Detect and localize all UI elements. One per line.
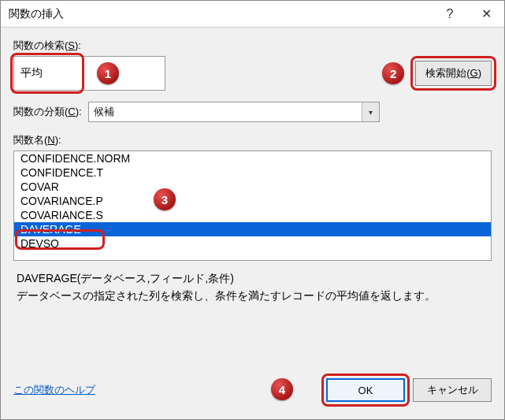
function-description: データベースの指定された列を検索し、条件を満たすレコードの平均値を返します。	[17, 289, 488, 303]
category-select[interactable]	[88, 102, 380, 122]
help-icon[interactable]: ?	[432, 1, 468, 28]
close-icon[interactable]: ✕	[468, 1, 504, 28]
list-item[interactable]: COVARIANCE.P	[14, 194, 491, 208]
ok-button[interactable]: OK	[326, 378, 405, 402]
search-label: 関数の検索(S):	[13, 39, 492, 53]
list-item[interactable]: CONFIDENCE.T	[14, 165, 491, 180]
category-label: 関数の分類(C):	[13, 105, 82, 119]
dialog-title: 関数の挿入	[1, 7, 432, 21]
cancel-button[interactable]: キャンセル	[413, 378, 492, 402]
list-item[interactable]: COVAR	[14, 180, 491, 194]
list-item[interactable]: DAVERAGE	[14, 222, 491, 236]
search-input[interactable]	[13, 56, 165, 91]
help-link[interactable]: この関数のヘルプ	[13, 383, 95, 397]
function-signature: DAVERAGE(データベース,フィールド,条件)	[17, 272, 488, 286]
function-name-label: 関数名(N):	[13, 133, 492, 147]
list-item[interactable]: DEVSQ	[14, 236, 491, 251]
search-start-button[interactable]: 検索開始(G)	[415, 61, 492, 86]
annotation-badge-4: 4	[271, 378, 293, 400]
list-item[interactable]: CONFIDENCE.NORM	[14, 151, 491, 165]
function-listbox[interactable]: CONFIDENCE.NORMCONFIDENCE.TCOVARCOVARIAN…	[13, 151, 492, 261]
list-item[interactable]: COVARIANCE.S	[14, 208, 491, 222]
